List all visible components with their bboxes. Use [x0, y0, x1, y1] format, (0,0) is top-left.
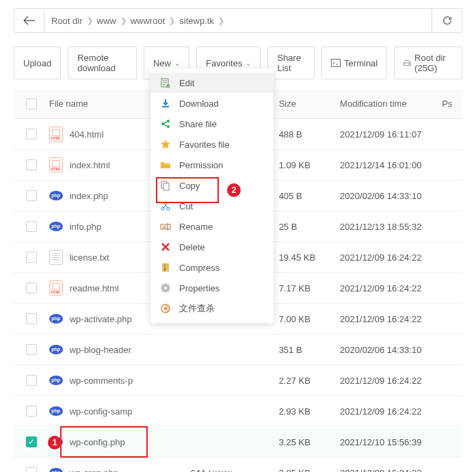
disk-icon — [404, 59, 411, 67]
annotation-badge-2: 2 — [227, 183, 241, 197]
file-mtime: 2021/12/09 16:24:22 — [340, 468, 442, 473]
folder-icon — [160, 159, 171, 170]
menu-item-folder[interactable]: Permission — [150, 155, 274, 175]
file-name[interactable]: index.php — [70, 191, 108, 201]
file-name[interactable]: wp-config.php — [70, 437, 125, 447]
file-name[interactable]: wp-comments-p — [70, 376, 133, 386]
back-button[interactable] — [14, 9, 44, 32]
file-name[interactable]: wp-activate.php — [70, 314, 132, 324]
table-row[interactable]: phpwp-comments-p2.27 KB2021/12/09 16:24:… — [14, 365, 462, 396]
share-list-button[interactable]: Share List — [267, 47, 315, 79]
menu-item-rename[interactable]: abRename — [150, 216, 274, 237]
file-mtime: 2021/12/10 15:56:39 — [340, 437, 442, 447]
menu-label: Rename — [179, 222, 213, 232]
menu-label: Edit — [179, 78, 194, 88]
row-checkbox[interactable] — [26, 221, 37, 232]
file-size: 25 B — [279, 222, 340, 232]
menu-label: Permission — [179, 160, 223, 170]
row-checkbox[interactable] — [26, 406, 37, 417]
file-size: 19.45 KB — [279, 252, 340, 263]
star-icon — [160, 139, 171, 150]
row-checkbox[interactable] — [26, 283, 37, 293]
root-dir-button[interactable]: Root dir (25G) — [394, 47, 462, 79]
col-mtime[interactable]: Modification time — [340, 99, 442, 109]
share-icon — [160, 118, 171, 129]
breadcrumb-item[interactable]: Root dir — [51, 16, 83, 26]
row-checkbox[interactable]: ✓ — [26, 436, 37, 447]
row-checkbox[interactable] — [26, 467, 37, 472]
copy-icon — [160, 180, 171, 191]
upload-button[interactable]: Upload — [14, 47, 61, 79]
file-table: File name PMSN/Owner Size Modification t… — [14, 89, 462, 472]
file-size: 7.17 KB — [279, 283, 340, 293]
file-name[interactable]: readme.html — [70, 283, 119, 293]
table-row[interactable]: phpindex.php405 B2020/02/06 14:33:10Edit… — [14, 181, 462, 211]
terminal-button[interactable]: Terminal — [321, 47, 387, 79]
refresh-button[interactable] — [432, 9, 462, 32]
file-size: 2.27 KB — [279, 376, 340, 386]
menu-item-share[interactable]: Share file — [150, 114, 274, 134]
breadcrumb-item[interactable]: wwwroot — [131, 16, 166, 26]
menu-item-delete[interactable]: Delete — [150, 237, 274, 257]
file-mtime: 2021/12/09 16:24:22 — [340, 376, 442, 386]
table-row[interactable]: phpwp-cron.php644 / www3.85 KB2021/12/09… — [14, 458, 462, 472]
rename-icon: ab — [160, 221, 171, 232]
col-ps[interactable]: Ps — [442, 99, 462, 109]
delete-icon — [160, 241, 171, 252]
file-mtime: 2020/02/06 14:33:10 — [340, 191, 442, 201]
file-name[interactable]: index.html — [70, 160, 110, 170]
menu-item-star[interactable]: Favorites file — [150, 134, 274, 155]
file-name[interactable]: info.php — [70, 222, 101, 232]
menu-item-cut[interactable]: Cut — [150, 196, 274, 216]
menu-label: Properties — [179, 283, 220, 293]
file-size: 3.85 KB — [279, 468, 340, 473]
compress-icon — [160, 262, 171, 273]
file-name[interactable]: license.txt — [70, 252, 109, 263]
svg-rect-14 — [162, 263, 169, 272]
svg-point-17 — [164, 287, 167, 289]
menu-item-copy[interactable]: Copy — [150, 175, 274, 196]
menu-item-download[interactable]: Download — [150, 93, 274, 114]
file-name[interactable]: wp-cron.php — [70, 468, 119, 473]
file-name[interactable]: 404.html — [70, 129, 104, 140]
svg-point-4 — [167, 85, 170, 88]
remote-download-button[interactable]: Remote download — [68, 47, 137, 79]
row-checkbox[interactable] — [26, 313, 37, 324]
chevron-right-icon: ❯ — [169, 16, 175, 25]
file-size: 351 B — [279, 345, 340, 355]
table-row[interactable]: ✓phpwp-config.php3.25 KB2021/12/10 15:56… — [14, 427, 462, 458]
file-mtime: 2021/12/09 16:11:07 — [340, 129, 442, 140]
svg-point-6 — [167, 120, 170, 122]
chevron-right-icon: ❯ — [218, 16, 224, 25]
menu-item-properties[interactable]: Properties — [150, 278, 274, 298]
svg-text:ab: ab — [162, 224, 168, 229]
row-checkbox[interactable] — [26, 252, 37, 263]
file-name[interactable]: wp-blog-header — [70, 345, 131, 355]
row-checkbox[interactable] — [26, 375, 37, 386]
table-row[interactable]: phpwp-blog-header351 B2020/02/06 14:33:1… — [14, 335, 462, 365]
row-checkbox[interactable] — [26, 190, 37, 201]
chevron-down-icon: ⌄ — [246, 60, 251, 67]
menu-item-edit[interactable]: Edit — [150, 73, 274, 93]
file-size: 1.09 KB — [279, 160, 340, 170]
file-mtime: 2021/12/09 16:24:22 — [340, 283, 442, 293]
menu-item-compress[interactable]: Compress — [150, 257, 274, 278]
svg-rect-9 — [163, 183, 169, 190]
svg-point-19 — [164, 307, 167, 310]
breadcrumb-item[interactable]: sitewp.tk — [179, 16, 214, 26]
row-checkbox[interactable] — [26, 159, 37, 170]
breadcrumb-item[interactable]: www — [97, 16, 116, 26]
row-checkbox[interactable] — [26, 129, 37, 140]
select-all-checkbox[interactable] — [26, 99, 37, 109]
menu-item-scan[interactable]: 文件查杀 — [150, 298, 274, 319]
cut-icon — [160, 200, 171, 211]
row-checkbox[interactable] — [26, 344, 37, 355]
chevron-right-icon: ❯ — [120, 16, 127, 25]
col-size[interactable]: Size — [279, 99, 340, 109]
svg-point-5 — [161, 122, 164, 125]
chevron-right-icon: ❯ — [87, 16, 93, 25]
svg-point-2 — [409, 64, 410, 64]
table-row[interactable]: phpwp-config-samp2.93 KB2021/12/09 16:24… — [14, 396, 462, 427]
file-size: 3.25 KB — [279, 437, 340, 447]
file-name[interactable]: wp-config-samp — [70, 406, 133, 417]
